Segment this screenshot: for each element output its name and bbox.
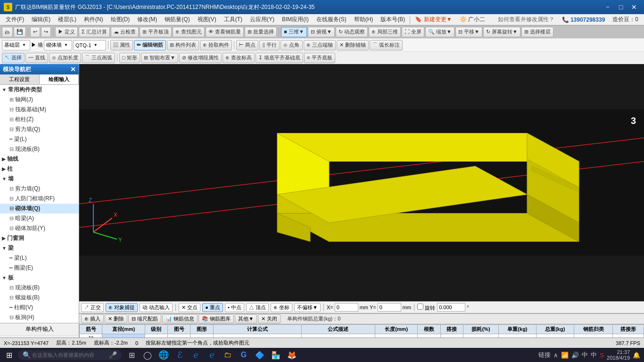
- modify-segment-button[interactable]: ⊘ 修改增段属性: [179, 53, 222, 63]
- tree-group-column-header[interactable]: ▶ 柱: [0, 164, 79, 174]
- tree-group-common-header[interactable]: ▼ 常用构件类型: [0, 85, 79, 95]
- minimize-button[interactable]: －: [602, 2, 614, 12]
- single-component-input-button[interactable]: 单构件输入: [0, 323, 79, 336]
- taskbar-icon-store[interactable]: 🏪: [270, 349, 282, 361]
- menu-draw[interactable]: 绘图(D): [107, 15, 134, 25]
- tree-item-slab-hole[interactable]: ⊟板洞(H): [0, 313, 79, 322]
- menu-tools[interactable]: 工具(T): [220, 15, 246, 25]
- object-snap-button[interactable]: ⊕ 对象捕捉: [106, 303, 138, 312]
- ortho-button[interactable]: ↗ 正交: [81, 303, 104, 312]
- menu-floor[interactable]: 楼层(L): [54, 15, 80, 25]
- x-value-input[interactable]: [335, 303, 358, 312]
- rebar-delete-button[interactable]: ✕ 删除: [105, 314, 127, 323]
- rebar-close-button[interactable]: ✕ 关闭: [258, 314, 281, 323]
- taskbar-icon-orange[interactable]: 🦊: [286, 349, 298, 361]
- undo-button[interactable]: ↩: [30, 27, 40, 37]
- save-button[interactable]: 💾: [14, 27, 26, 37]
- maximize-button[interactable]: □: [615, 2, 627, 12]
- zoom-button[interactable]: 🔍 缩放▼: [425, 27, 454, 37]
- start-button[interactable]: ⊞: [2, 349, 16, 361]
- taskbar-icon-win[interactable]: ⊞: [125, 349, 138, 361]
- viewport-3d[interactable]: Z Y X 3: [79, 64, 644, 301]
- dynamic-view-button[interactable]: ↻ 动态观察: [336, 27, 368, 37]
- sidebar-close-icon[interactable]: ✕: [70, 66, 76, 73]
- cloud-check-button[interactable]: ☁ 云检查: [111, 27, 139, 37]
- menu-edit[interactable]: 编辑(E): [28, 15, 54, 25]
- menu-new-change[interactable]: 🔖 新建变更▼: [411, 15, 455, 25]
- tray-notify-icon[interactable]: 🔔: [633, 352, 640, 359]
- tree-item-col-cap[interactable]: ━柱帽(V): [0, 303, 79, 313]
- taskbar-icon-blue[interactable]: 🔷: [254, 349, 266, 361]
- wall-type-dropdown[interactable]: 砌体墙: [44, 40, 72, 50]
- align-bottom-plate-button[interactable]: ≡ 平齐底板: [304, 53, 335, 63]
- taskbar-search-input[interactable]: [18, 350, 122, 360]
- line-button[interactable]: ━ 直线: [25, 53, 48, 63]
- rotate-value-input[interactable]: [437, 303, 465, 312]
- select-layer-button[interactable]: ⊞ 选择楼层: [521, 27, 553, 37]
- menu-gxe[interactable]: 🔆 广小二: [456, 15, 489, 25]
- tree-item-beam2[interactable]: ━梁(L): [0, 253, 79, 263]
- taskbar-icon-ie[interactable]: ℯ: [190, 349, 202, 361]
- rect-button[interactable]: □ 矩形: [119, 53, 140, 63]
- center-point-button[interactable]: • 中点: [225, 303, 244, 312]
- tree-group-axis-header[interactable]: ▶ 轴线: [0, 154, 79, 164]
- menu-bim[interactable]: BIM应用(I): [278, 15, 313, 25]
- find-element-button[interactable]: ⊕ 查找图元: [173, 27, 205, 37]
- select-button[interactable]: ↖ 选择: [2, 53, 25, 63]
- plan-view-button[interactable]: ⊟ 俯视▼: [308, 27, 335, 37]
- properties-button[interactable]: ▤ 属性: [110, 40, 133, 50]
- tree-item-masonry-wall[interactable]: ⊟砌体墙(Q): [0, 204, 79, 214]
- check-elev-button[interactable]: ⊕ 查改标高: [223, 53, 255, 63]
- tree-item-shearwall2[interactable]: ⊟剪力墙(Q): [0, 184, 79, 194]
- nav-tab-draw[interactable]: 绘图输入: [40, 74, 79, 84]
- taskbar-icon-ie2[interactable]: ℯ: [206, 349, 218, 361]
- tree-item-beam[interactable]: ━梁(L): [0, 134, 79, 144]
- edit-rebar-button[interactable]: ✏ 编辑钢筋: [134, 40, 166, 50]
- menu-online[interactable]: 在线服务(S): [313, 15, 350, 25]
- tree-item-cast-slab[interactable]: ⊟现浇板(B): [0, 144, 79, 154]
- close-button[interactable]: ✕: [628, 2, 640, 12]
- menu-view[interactable]: 视图(V): [194, 15, 220, 25]
- view-rebar-button[interactable]: 👁 查看钢筋量: [206, 27, 244, 37]
- dynamic-input-button[interactable]: 动 动态输入: [140, 303, 173, 312]
- menu-cloud[interactable]: 云应用(Y): [246, 15, 278, 25]
- redo-button[interactable]: ↪: [41, 27, 51, 37]
- y-value-input[interactable]: [378, 303, 401, 312]
- midpoint-button[interactable]: ● 重点: [202, 303, 223, 312]
- layer-dropdown[interactable]: 基础层: [2, 40, 30, 50]
- component-list-button[interactable]: ⊞ 构件列表: [167, 40, 199, 50]
- tree-group-door-header[interactable]: ▶ 门窗洞: [0, 233, 79, 243]
- align-top-button[interactable]: ⊞ 平齐板顶: [140, 27, 172, 37]
- open-file-button[interactable]: 🗁: [2, 27, 13, 37]
- rebar-info-button[interactable]: 📊 钢筋信息: [162, 314, 198, 323]
- rebar-library-button[interactable]: 📚 钢筋图库: [198, 314, 234, 323]
- three-point-axis-button[interactable]: ⊕ 三点端轴: [304, 40, 336, 50]
- component-dropdown[interactable]: QTQ-1: [73, 40, 106, 50]
- tree-item-hidden-beam[interactable]: ⊟暗梁(A): [0, 214, 79, 223]
- pick-component-button[interactable]: ⊕ 拾取构件: [200, 40, 232, 50]
- tree-item-col[interactable]: ⊟框柱(Z): [0, 115, 79, 124]
- smart-layout-button[interactable]: ⊞ 智能布置▼: [141, 53, 178, 63]
- nav-tab-project[interactable]: 工程设置: [0, 74, 40, 84]
- parallel-btn2[interactable]: ∥ 平行: [259, 40, 280, 50]
- rotate-screen-button[interactable]: ↻ 屏幕旋转▼: [483, 27, 520, 37]
- tray-chevron-icon[interactable]: ∧: [553, 352, 558, 359]
- wall-bottom-align-button[interactable]: ↧ 墙底平齐基础底: [256, 53, 303, 63]
- 3d-view-button[interactable]: ■ 三维▼: [281, 27, 307, 37]
- batch-select-button[interactable]: ⊞ 批量选择: [245, 27, 277, 37]
- tree-group-wall-header[interactable]: ▼ 墙: [0, 174, 79, 184]
- tree-item-slab-base[interactable]: ⊟筏板基础(M): [0, 105, 79, 115]
- menu-rebar-qty[interactable]: 钢筋量(Q): [161, 15, 193, 25]
- calc-total-button[interactable]: Σ 汇总计算: [79, 27, 110, 37]
- tree-group-slab-header[interactable]: ▼ 板: [0, 273, 79, 283]
- rebar-insert-button[interactable]: ⊕ 插入: [81, 314, 104, 323]
- menu-file[interactable]: 文件(F): [2, 15, 28, 25]
- taskbar-icon-g[interactable]: G: [238, 349, 250, 361]
- menu-help[interactable]: 帮助(H): [350, 15, 377, 25]
- rebar-other-button[interactable]: 其他▼: [235, 314, 257, 323]
- define-button[interactable]: ▶ 定义: [55, 27, 78, 37]
- taskbar-icon-folder[interactable]: 🗀: [222, 349, 234, 361]
- tree-item-ring-beam[interactable]: ━圈梁(E): [0, 263, 79, 273]
- intersection-button[interactable]: ✕ 交点: [179, 303, 200, 312]
- tree-item-cast-slab2[interactable]: ⊟现浇板(B): [0, 283, 79, 293]
